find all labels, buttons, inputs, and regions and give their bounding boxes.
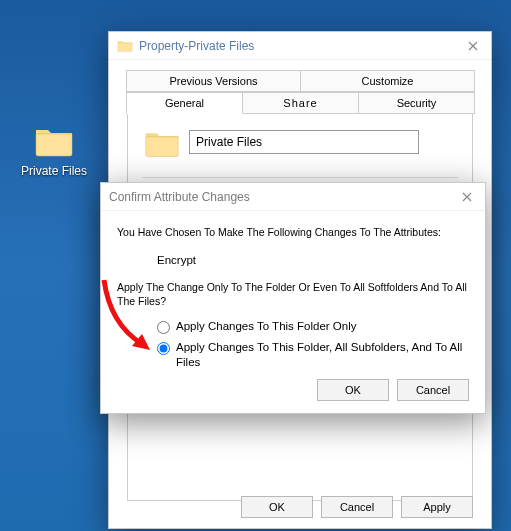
confirm-title: Confirm Attribute Changes (109, 190, 250, 204)
tab-security[interactable]: Security (358, 92, 475, 114)
folder-icon (34, 126, 74, 158)
radio-all-subfolders-label: Apply Changes To This Folder, All Subfol… (176, 340, 469, 369)
close-icon[interactable] (463, 36, 483, 56)
tab-general[interactable]: General (126, 92, 243, 114)
folder-name-input[interactable] (189, 130, 419, 154)
confirm-dialog: Confirm Attribute Changes You Have Chose… (100, 182, 486, 414)
radio-folder-only-input[interactable] (157, 321, 170, 334)
confirm-ok-button[interactable]: OK (317, 379, 389, 401)
close-icon[interactable] (457, 187, 477, 207)
confirm-cancel-button[interactable]: Cancel (397, 379, 469, 401)
radio-all-subfolders-input[interactable] (157, 342, 170, 355)
folder-icon (117, 39, 133, 53)
tab-customize[interactable]: Customize (300, 70, 475, 92)
folder-icon (144, 129, 180, 159)
confirm-message-1: You Have Chosen To Make The Following Ch… (117, 225, 469, 240)
properties-title: Property-Private Files (139, 39, 254, 53)
cancel-button[interactable]: Cancel (321, 496, 393, 518)
apply-button[interactable]: Apply (401, 496, 473, 518)
radio-folder-only[interactable]: Apply Changes To This Folder Only (157, 319, 469, 334)
tab-share[interactable]: Share (242, 92, 359, 114)
radio-all-subfolders[interactable]: Apply Changes To This Folder, All Subfol… (157, 340, 469, 369)
properties-titlebar: Property-Private Files (109, 32, 491, 60)
confirm-encrypt-label: Encrypt (157, 252, 469, 268)
desktop-folder-icon[interactable]: Private Files (18, 126, 90, 178)
radio-folder-only-label: Apply Changes To This Folder Only (176, 319, 356, 333)
confirm-titlebar: Confirm Attribute Changes (101, 183, 485, 211)
desktop-folder-label: Private Files (18, 164, 90, 178)
tab-previous-versions[interactable]: Previous Versions (126, 70, 301, 92)
confirm-message-2: Apply The Change Only To The Folder Or E… (117, 280, 469, 309)
ok-button[interactable]: OK (241, 496, 313, 518)
